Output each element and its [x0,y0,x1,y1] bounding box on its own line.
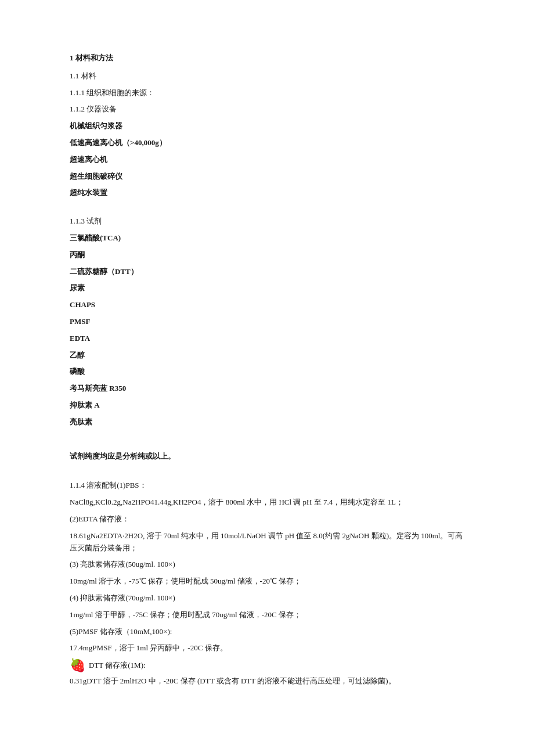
reagent-item: 二硫苏糖醇（DTT） [70,266,464,278]
dtt-row: 🍓 DTT 储存液(1M): [70,659,464,672]
aprotinin-title: (4) 抑肽素储存液(70ug/ml. 100×) [70,592,464,604]
equipment-item: 超纯水装置 [70,187,464,199]
equipment-item: 机械组织匀浆器 [70,120,464,132]
equipment-item: 低速高速离心机（>40,000g） [70,137,464,149]
sub-title-1-1: 1.1 材料 [70,70,464,82]
equipment-list: 机械组织匀浆器低速高速离心机（>40,000g）超速离心机超生细胞破碎仪超纯水装… [70,120,464,199]
dtt-desc: 0.31gDTT 溶于 2mlH2O 中，-20C 保存 (DTT 或含有 DT… [70,675,464,687]
aprotinin-desc: 1mg/ml 溶于甲醇，-75C 保存；使用时配成 70ug/ml 储液，-20… [70,609,464,621]
reagent-item: PMSF [70,316,464,328]
equipment-item: 超速离心机 [70,154,464,166]
reagent-item: 尿素 [70,282,464,294]
edta-desc: 18.61gNa2EDTA·2H2O, 溶于 70ml 纯水中，用 10mol/… [70,530,464,555]
reagent-item: 丙酮 [70,249,464,261]
equipment-item: 超生细胞破碎仪 [70,171,464,183]
reagent-item: 抑肽素 A [70,399,464,412]
reagent-item: EDTA [70,333,464,345]
dtt-icon: 🍓 [70,659,85,672]
purity-note: 试剂纯度均应是分析纯或以上。 [70,451,464,463]
sub-title-1-1-1: 1.1.1 组织和细胞的来源： [70,87,464,99]
reagent-item: 磷酸 [70,366,464,378]
leupeptin-title: (3) 亮肽素储存液(50ug/ml. 100×) [70,559,464,571]
reagent-item: 乙醇 [70,350,464,362]
reagent-item: 考马斯亮蓝 R350 [70,383,464,395]
leupeptin-desc: 10mg/ml 溶于水，-75℃ 保存；使用时配成 50ug/ml 储液，-20… [70,575,464,588]
pmsf-desc: 17.4mgPMSF，溶于 1ml 异丙醇中，-20C 保存。 [70,642,464,654]
reagent-item: 三氯醋酸(TCA) [70,232,464,244]
main-content: 1 材料和方法 1.1 材料 1.1.1 组织和细胞的来源： 1.1.2 仪器设… [70,52,464,687]
sub-title-1-1-2: 1.1.2 仪器设备 [70,103,464,116]
sub-title-1-1-3: 1.1.3 试剂 [70,215,464,228]
section-title: 1 材料和方法 [70,52,464,64]
sub-title-1-1-4: 1.1.4 溶液配制(1)PBS： [70,480,464,492]
dtt-title: DTT 储存液(1M): [89,660,146,672]
edta-title: (2)EDTA 储存液： [70,513,464,525]
pbs-desc: NaCl8g,KCl0.2g,Na2HPO41.44g,KH2PO4，溶于 80… [70,496,464,509]
reagent-item: CHAPS [70,299,464,311]
reagent-item: 亮肽素 [70,416,464,429]
reagent-list: 三氯醋酸(TCA)丙酮二硫苏糖醇（DTT）尿素CHAPSPMSFEDTA乙醇磷酸… [70,232,464,429]
pmsf-title: (5)PMSF 储存液（10mM,100×): [70,626,464,638]
